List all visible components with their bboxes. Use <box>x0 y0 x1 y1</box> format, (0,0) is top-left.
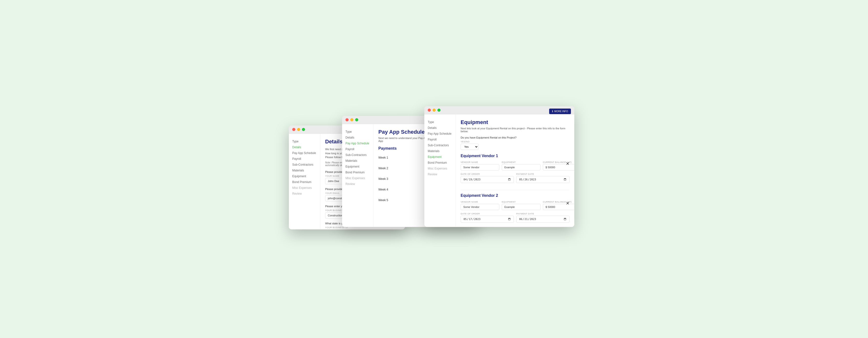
vendor1-payment-date-input[interactable] <box>516 176 569 183</box>
sidebar-item-type-2[interactable]: Type <box>345 129 370 135</box>
sidebar-item-misc-2: Misc Expenses <box>345 175 370 181</box>
traffic-light-red-1[interactable] <box>292 128 296 131</box>
vendor1-balance-label: CURRENT BALANCE (AP) <box>543 161 574 163</box>
vendor1-order-date-input[interactable] <box>461 176 514 183</box>
traffic-light-yellow-3[interactable] <box>433 108 436 112</box>
vendor1-top-grid: VENDOR NAME EQUIPMENT CURRENT BALANCE (A… <box>461 161 569 170</box>
sidebar-item-payroll-2[interactable]: Payroll <box>345 146 370 152</box>
vendor2-equipment-label: EQUIPMENT <box>502 201 540 203</box>
sidebar-item-misc-3: Misc Expenses <box>428 166 452 171</box>
vendor1-equipment-group: EQUIPMENT <box>502 161 540 170</box>
sidebar-item-payapp-1[interactable]: Pay App Schedule <box>292 150 317 156</box>
sidebar-2: Type Details Pay App Schedule Payroll Su… <box>342 124 374 227</box>
sidebar-item-details-3[interactable]: Details <box>428 125 452 131</box>
equipment-main-content: Equipment Next lets look at your Equipme… <box>456 114 574 227</box>
equipment-heading: Equipment <box>461 119 569 126</box>
vendor2-title: Equipment Vendor 2 <box>461 194 569 198</box>
vendor1-title: Equipment Vendor 1 <box>461 154 569 158</box>
sidebar-item-subcontractors-3[interactable]: Sub-Contractors <box>428 142 452 148</box>
week-label-3: Week 3 <box>378 177 388 180</box>
sidebar-item-details-1[interactable]: Details <box>292 144 317 150</box>
equipment-description: Next lets look at your Equipment Rental … <box>461 127 569 133</box>
vendor1-balance-group: CURRENT BALANCE (AP) <box>543 161 574 170</box>
sidebar-item-payapp-2[interactable]: Pay App Schedule <box>345 140 370 146</box>
week-label-5: Week 5 <box>378 199 388 202</box>
vendor2-order-date-label: DATE OF ORDER <box>461 212 514 215</box>
vendor1-equipment-input[interactable] <box>502 164 540 170</box>
vendor1-balance-input[interactable] <box>543 164 574 170</box>
vendor2-top-grid: VENDOR NAME EQUIPMENT CURRENT BALANCE (A… <box>461 201 569 210</box>
sidebar-item-payapp-3[interactable]: Pay App Schedule <box>428 131 452 137</box>
sidebar-item-materials-3[interactable]: Materials <box>428 148 452 154</box>
sidebar-item-equipment-1[interactable]: Equipment <box>292 173 317 179</box>
vendor1-name-group: VENDOR NAME <box>461 161 499 170</box>
vendor1-order-date-label: DATE OF ORDER <box>461 173 514 175</box>
traffic-light-red-2[interactable] <box>345 118 349 122</box>
vendor2-equipment-group: EQUIPMENT <box>502 201 540 210</box>
sidebar-item-review-1: Review <box>292 191 317 197</box>
equipment-question: Do you have Equipment Rental on this Pro… <box>461 136 569 139</box>
vendor2-balance-label: CURRENT BALANCE (AP) <box>543 201 574 203</box>
vendor2-name-group: VENDOR NAME <box>461 201 499 210</box>
sidebar-item-payroll-1[interactable]: Payroll <box>292 156 317 162</box>
vendor2-name-label: VENDOR NAME <box>461 201 499 203</box>
titlebar-3: ℹ MORE INFO <box>424 106 574 114</box>
traffic-light-green-1[interactable] <box>302 128 305 131</box>
main-scene: Type Details Pay App Schedule Payroll Su… <box>289 106 579 232</box>
sidebar-item-bond-2[interactable]: Bond Premium <box>345 169 370 175</box>
info-icon: ℹ <box>552 110 553 113</box>
equipment-window: ℹ MORE INFO Type Details Pay App Schedul… <box>424 106 574 227</box>
vendor2-wrapper: ✕ VENDOR NAME EQUIPMENT CURRENT BALANCE … <box>461 201 569 227</box>
sidebar-3: Type Details Pay App Schedule Payroll Su… <box>424 114 456 227</box>
sidebar-item-materials-2[interactable]: Materials <box>345 158 370 164</box>
vendor2-name-input[interactable] <box>461 204 499 210</box>
vendor2-equipment-input[interactable] <box>502 204 540 210</box>
sidebar-1: Type Details Pay App Schedule Payroll Su… <box>289 134 320 229</box>
sidebar-item-subcontractors-1[interactable]: Sub-Contractors <box>292 162 317 168</box>
vendor2-balance-input[interactable] <box>543 204 574 210</box>
vendor2-payment-date-input[interactable] <box>516 216 569 223</box>
sidebar-item-details-2[interactable]: Details <box>345 135 370 140</box>
vendor1-name-input[interactable] <box>461 164 499 170</box>
sidebar-item-payroll-3[interactable]: Payroll <box>428 137 452 142</box>
vendor1-payment-date-group: PAYMENT DATE <box>516 173 569 183</box>
sidebar-item-type-3[interactable]: Type <box>428 119 452 125</box>
vendor2-payment-date-group: PAYMENT DATE <box>516 212 569 223</box>
vendor2-order-date-input[interactable] <box>461 216 514 223</box>
vendor2-order-date-group: DATE OF ORDER <box>461 212 514 223</box>
sidebar-item-review-3: Review <box>428 171 452 177</box>
week-label-1: Week 1 <box>378 156 388 159</box>
yes-no-select[interactable]: Yes No <box>461 144 478 150</box>
sidebar-item-review-2: Review <box>345 181 370 187</box>
traffic-light-green-3[interactable] <box>437 108 440 112</box>
vendor1-order-date-group: DATE OF ORDER <box>461 173 514 183</box>
yes-no-label: YES/NO <box>461 140 569 143</box>
sidebar-item-equipment-3[interactable]: Equipment <box>428 154 452 160</box>
sidebar-item-equipment-2[interactable]: Equipment <box>345 164 370 169</box>
sidebar-item-subcontractors-2[interactable]: Sub-Contractors <box>345 152 370 158</box>
sidebar-item-bond-3[interactable]: Bond Premium <box>428 160 452 166</box>
vendor1-payment-date-label: PAYMENT DATE <box>516 173 569 175</box>
vendor2-bottom-grid: DATE OF ORDER PAYMENT DATE <box>461 212 569 223</box>
traffic-light-red-3[interactable] <box>428 108 431 112</box>
week-label-2: Week 2 <box>378 167 388 170</box>
vendor2-balance-group: CURRENT BALANCE (AP) <box>543 201 574 210</box>
vendor1-close-button[interactable]: ✕ <box>566 161 569 166</box>
sidebar-item-materials-1[interactable]: Materials <box>292 168 317 173</box>
sidebar-item-type-1[interactable]: Type <box>292 139 317 144</box>
vendor1-wrapper: ✕ VENDOR NAME EQUIPMENT CURRENT BALANCE … <box>461 161 569 190</box>
traffic-light-yellow-1[interactable] <box>297 128 300 131</box>
vendor2-payment-date-label: PAYMENT DATE <box>516 212 569 215</box>
more-info-label: MORE INFO <box>554 110 568 113</box>
traffic-light-yellow-2[interactable] <box>350 118 353 122</box>
vendor1-equipment-label: EQUIPMENT <box>502 161 540 163</box>
vendor1-name-label: VENDOR NAME <box>461 161 499 163</box>
more-info-button[interactable]: ℹ MORE INFO <box>549 108 571 114</box>
vendor2-close-button[interactable]: ✕ <box>566 201 569 206</box>
sidebar-item-misc-1: Misc Expenses <box>292 185 317 191</box>
week-label-4: Week 4 <box>378 188 388 191</box>
vendor1-bottom-grid: DATE OF ORDER PAYMENT DATE <box>461 173 569 183</box>
sidebar-item-bond-1[interactable]: Bond Premium <box>292 179 317 185</box>
traffic-light-green-2[interactable] <box>355 118 358 122</box>
